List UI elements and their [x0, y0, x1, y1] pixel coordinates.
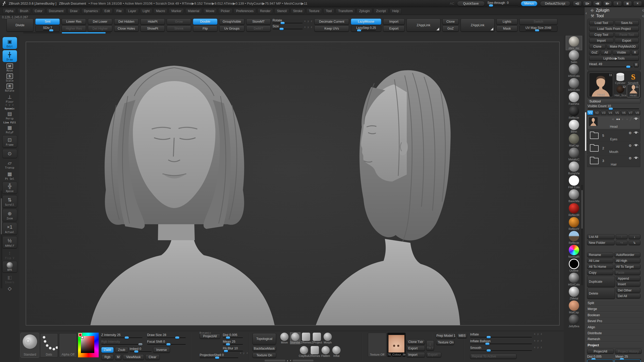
brush-slot-standard[interactable]: Standard: [21, 333, 39, 357]
rail-item-move[interactable]: MMove: [3, 63, 17, 72]
shelf-button-flip[interactable]: Flip: [193, 25, 217, 32]
menu-picker[interactable]: Picker: [218, 8, 232, 14]
shelf-button-switch[interactable]: Switch: [519, 19, 557, 25]
rail-item-bpr[interactable]: BPR: [2, 261, 17, 273]
menu-alpha[interactable]: Alpha: [3, 8, 16, 14]
menu-draw[interactable]: Draw: [67, 8, 80, 14]
rail-item-transp[interactable]: ▱Transp: [3, 159, 17, 169]
menu-zplugin[interactable]: Zplugin: [357, 8, 372, 14]
next-doc-icon[interactable]: ▣▸: [603, 1, 612, 6]
button-all-to-target[interactable]: All To Target: [614, 264, 641, 269]
tray-mean-slider-thumb[interactable]: [226, 343, 230, 346]
rgb-intensity-slider-thumb[interactable]: [138, 343, 142, 346]
scrub-right-icon[interactable]: ▥▸: [583, 1, 592, 6]
repeat-to-active-button[interactable]: Repeat To Active: [470, 354, 516, 359]
shelf-button-groupvisible[interactable]: GroupVisible: [219, 19, 244, 25]
button-new-folder[interactable]: New Folder: [587, 240, 615, 245]
imbed-slider-thumb[interactable]: [134, 350, 138, 353]
shelf-button-mask[interactable]: Mask: [496, 25, 518, 32]
material-blinn[interactable]: Blinn: [566, 119, 582, 133]
inflate-slider-thumb[interactable]: [487, 336, 491, 338]
tray-brush-flatten[interactable]: Flatten: [321, 346, 331, 357]
texture-button-export[interactable]: Export: [406, 346, 425, 351]
material-matcap[interactable]: MatCap: [566, 300, 582, 314]
tool-button-make-polymesh3d[interactable]: Make PolyMesh3D: [607, 44, 639, 49]
material-outline[interactable]: Outline: [566, 258, 582, 272]
restore-icon[interactable]: ▣: [623, 1, 632, 6]
menu-zscript[interactable]: Zscript: [374, 8, 388, 14]
tool-button-import[interactable]: Import: [589, 38, 614, 43]
uv-toggle-icon[interactable]: ◐: [622, 117, 624, 121]
shelf-button-keep-uvs[interactable]: Keep UVs: [314, 25, 349, 32]
close-icon[interactable]: ✕: [633, 1, 642, 6]
menu-layer[interactable]: Layer: [125, 8, 139, 14]
material-hsvcolo[interactable]: HSVColo: [566, 64, 582, 78]
rail-item-draw[interactable]: ╋Draw: [3, 50, 17, 62]
tool-button-save-as[interactable]: Save As: [615, 20, 639, 25]
material-satin[interactable]: Satin: [566, 50, 582, 64]
rail-item-gyro-cube[interactable]: ◇: [3, 285, 17, 292]
draw-size-slider-thumb[interactable]: [175, 337, 179, 339]
menu-color[interactable]: Color: [32, 8, 45, 14]
projectall-button[interactable]: ProjectAll: [587, 349, 614, 354]
subtool-header[interactable]: Subtool: [587, 99, 640, 104]
rail-item-floor[interactable]: ⊥Floorx y z: [3, 93, 17, 106]
button-copy[interactable]: Copy: [587, 270, 613, 275]
shelf-button-goz[interactable]: GoZ: [442, 25, 459, 32]
gear-icon[interactable]: ⚙: [629, 144, 632, 148]
shelf-button-grow[interactable]: Grow: [167, 19, 191, 25]
subtool-scroll-strip[interactable]: [585, 112, 586, 151]
texture-button-import[interactable]: Import: [406, 352, 425, 357]
tray-button-topological[interactable]: Topological: [252, 333, 276, 344]
eye-icon[interactable]: [633, 117, 639, 121]
smooth-slider-thumb[interactable]: [487, 349, 491, 352]
tool-button-r[interactable]: R: [631, 50, 639, 55]
focal-shift-slider[interactable]: Focal Shift 0: [147, 340, 186, 345]
color-picker[interactable]: [78, 333, 99, 357]
zplugin-header[interactable]: ⎆Zplugin: [591, 8, 640, 13]
material-reflectr[interactable]: ReflectR: [566, 203, 582, 217]
smooth-slider[interactable]: Smooth: [470, 346, 532, 351]
m-button[interactable]: M: [115, 354, 122, 360]
material-normalr[interactable]: NormalR: [566, 245, 582, 258]
tray-brush-morph[interactable]: Morph: [323, 333, 333, 344]
material-zmetal[interactable]: ZMetal: [566, 286, 582, 300]
material-fastsha[interactable]: FastSha: [566, 92, 582, 106]
panel-collapse-chevron[interactable]: ‹: [586, 11, 589, 15]
shelf-button-smt[interactable]: Smt: [35, 19, 60, 25]
tool-button-clone[interactable]: Clone: [589, 44, 606, 49]
eye-icon[interactable]: [633, 131, 639, 135]
shelf-button-close-holes[interactable]: Close Holes: [114, 25, 139, 32]
projection-shell-slider[interactable]: ProjectionShell 0: [200, 353, 238, 358]
section-bevel-pro[interactable]: Bevel Pro: [586, 318, 643, 324]
rail-item-scale[interactable]: SScale: [3, 73, 17, 82]
default-zscript-button[interactable]: DefaultZScript: [540, 1, 570, 6]
draw-size-slider[interactable]: Draw Size 28: [147, 333, 186, 338]
texture-button-clone-txtr[interactable]: Clone Txtr: [406, 339, 425, 344]
button-list-all[interactable]: List All: [587, 234, 615, 239]
material-hsvcolo[interactable]: HSVColo: [566, 272, 582, 286]
eye-icon[interactable]: [633, 156, 639, 160]
rail-item-actual[interactable]: ×1Actual: [2, 222, 17, 235]
tray-projectall-button[interactable]: ProjectAll: [200, 334, 220, 339]
clear-button[interactable]: Clear: [145, 354, 160, 360]
inflate-slider[interactable]: Inflate: [470, 333, 532, 338]
arrow-button-0-2[interactable]: ↓: [629, 234, 640, 239]
tool-header[interactable]: ⚒Tool: [591, 13, 640, 19]
menu-tool[interactable]: Tool: [323, 8, 334, 14]
inverse-button[interactable]: Inverse: [153, 347, 170, 353]
material-reflecty[interactable]: ReflectY: [566, 217, 582, 231]
del-other-button[interactable]: Del Other: [616, 288, 641, 293]
shelf-button-lazymouse[interactable]: LazyMouse: [351, 19, 381, 25]
size-slider[interactable]: Size: [273, 24, 303, 30]
shelf-button-delmt[interactable]: DelMT: [246, 25, 271, 32]
delete-button[interactable]: Delete: [587, 288, 615, 299]
vtab-v7[interactable]: V7: [628, 110, 634, 115]
projection-shell-slider-thumb[interactable]: [215, 357, 219, 359]
material-reflecte[interactable]: Reflecte: [566, 106, 582, 119]
menu-macro[interactable]: Macro: [154, 8, 168, 14]
tool-button-copy-tool[interactable]: Copy Tool: [589, 32, 614, 37]
rail-item-frame[interactable]: ⊡Frame: [2, 135, 17, 148]
button-all-low[interactable]: All Low: [587, 258, 613, 263]
minimize-icon[interactable]: ⇓: [613, 1, 622, 6]
